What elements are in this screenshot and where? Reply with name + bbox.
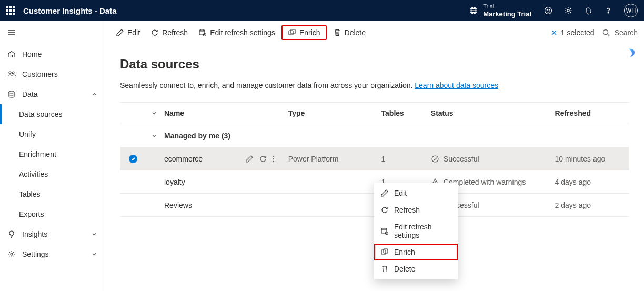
selected-count: 1 selected xyxy=(561,28,595,37)
ctx-label: Refresh xyxy=(394,206,420,214)
trash-icon xyxy=(380,265,389,273)
database-icon xyxy=(7,90,16,98)
pencil-icon[interactable] xyxy=(245,155,254,163)
col-type[interactable]: Type xyxy=(288,109,381,117)
row-checkbox[interactable] xyxy=(129,155,137,163)
ctx-label: Edit xyxy=(394,189,407,197)
sidebar-item-enrichment[interactable]: Enrichment xyxy=(0,144,105,164)
svg-point-16 xyxy=(273,155,274,156)
ctx-edit[interactable]: Edit xyxy=(374,185,458,202)
calendar-settings-icon xyxy=(380,227,389,235)
chevron-up-icon xyxy=(91,91,97,97)
calendar-settings-icon xyxy=(198,28,207,37)
row-status: Successful xyxy=(444,155,479,163)
enrich-icon xyxy=(288,28,296,37)
sidebar-item-exports[interactable]: Exports xyxy=(0,204,105,224)
sidebar-item-customers[interactable]: Customers xyxy=(0,64,105,84)
col-tables[interactable]: Tables xyxy=(381,109,431,117)
row-tables: 1 xyxy=(381,155,431,163)
cmd-label: Refresh xyxy=(162,28,188,37)
refresh-icon[interactable] xyxy=(259,155,267,163)
svg-point-4 xyxy=(549,9,549,10)
col-refreshed[interactable]: Refreshed xyxy=(555,109,629,117)
clear-selection-button[interactable]: 1 selected xyxy=(550,28,595,37)
learn-link[interactable]: Learn about data sources xyxy=(415,81,498,89)
sidebar-item-insights[interactable]: Insights xyxy=(0,224,105,244)
sidebar-item-label: Tables xyxy=(19,190,40,198)
search-button[interactable]: Search xyxy=(602,28,638,37)
col-status[interactable]: Status xyxy=(431,109,555,117)
svg-point-2 xyxy=(545,7,552,14)
svg-point-18 xyxy=(273,160,274,162)
refresh-icon xyxy=(150,28,159,37)
copilot-icon[interactable] xyxy=(625,47,637,59)
app-title: Customer Insights - Data xyxy=(23,6,117,15)
sidebar-item-unify[interactable]: Unify xyxy=(0,124,105,144)
svg-point-8 xyxy=(12,72,14,74)
enrich-button[interactable]: Enrich xyxy=(281,25,327,40)
sidebar-item-settings[interactable]: Settings xyxy=(0,244,105,264)
group-label: Managed by me (3) xyxy=(162,132,629,140)
env-name: Marketing Trial xyxy=(483,10,531,18)
edit-refresh-settings-button[interactable]: Edit refresh settings xyxy=(194,26,279,39)
cmd-label: Search xyxy=(615,28,638,37)
top-header: Customer Insights - Data Trial Marketing… xyxy=(0,0,644,21)
app-launcher-icon[interactable] xyxy=(6,6,15,15)
refresh-button[interactable]: Refresh xyxy=(146,26,192,39)
sidebar-item-tables[interactable]: Tables xyxy=(0,184,105,204)
row-refreshed: 2 days ago xyxy=(555,201,629,209)
smile-icon[interactable] xyxy=(544,6,552,15)
search-icon xyxy=(602,28,610,37)
row-type: Power Platform xyxy=(288,155,381,163)
hamburger-icon[interactable] xyxy=(0,21,105,44)
sidebar-item-label: Enrichment xyxy=(19,150,56,158)
row-name: ecommerce xyxy=(164,155,203,163)
avatar[interactable]: WH xyxy=(624,4,638,17)
chevron-down-icon[interactable] xyxy=(146,110,162,116)
sidebar-item-label: Settings xyxy=(22,250,49,258)
ctx-label: Enrich xyxy=(394,248,415,256)
sidebar-item-home[interactable]: Home xyxy=(0,44,105,64)
pencil-icon xyxy=(116,28,124,37)
customers-icon xyxy=(7,70,16,78)
edit-button[interactable]: Edit xyxy=(112,26,144,39)
table-row[interactable]: ecommerce Power Platform 1 Successful 10 xyxy=(120,147,629,170)
sidebar-item-data[interactable]: Data xyxy=(0,84,105,104)
sidebar-item-label: Activities xyxy=(19,170,48,178)
page-title: Data sources xyxy=(120,57,629,72)
cmd-label: Edit xyxy=(127,28,140,37)
col-name[interactable]: Name xyxy=(162,109,288,117)
ctx-delete[interactable]: Delete xyxy=(374,260,458,277)
bell-icon[interactable] xyxy=(584,6,592,15)
trash-icon xyxy=(333,28,341,37)
environment-picker[interactable]: Trial Marketing Trial xyxy=(469,3,531,18)
gear-icon[interactable] xyxy=(564,6,572,15)
svg-point-6 xyxy=(608,12,609,13)
help-icon[interactable] xyxy=(604,6,612,15)
page-description: Seamlessly connect to, enrich, and manag… xyxy=(120,81,629,89)
sidebar-item-data-sources[interactable]: Data sources xyxy=(0,104,105,124)
pencil-icon xyxy=(380,189,389,197)
lightbulb-icon xyxy=(7,230,16,238)
chevron-down-icon xyxy=(91,251,97,257)
ctx-enrich[interactable]: Enrich xyxy=(374,244,458,260)
delete-button[interactable]: Delete xyxy=(329,26,370,39)
refresh-icon xyxy=(380,206,389,214)
table-header: Name Type Tables Status Refreshed xyxy=(120,102,629,124)
svg-point-5 xyxy=(567,9,569,12)
context-menu: Edit Refresh Edit refresh settings Enric… xyxy=(374,183,458,279)
sidebar-item-activities[interactable]: Activities xyxy=(0,164,105,184)
row-name: Reviews xyxy=(164,201,192,209)
sidebar: Home Customers Data Data sources Unify E… xyxy=(0,21,105,291)
svg-point-7 xyxy=(9,72,11,74)
row-refreshed: 4 days ago xyxy=(555,178,629,186)
more-icon[interactable] xyxy=(273,155,275,163)
ctx-refresh[interactable]: Refresh xyxy=(374,202,458,218)
home-icon xyxy=(7,50,16,58)
ctx-edit-refresh-settings[interactable]: Edit refresh settings xyxy=(374,218,458,244)
svg-point-10 xyxy=(11,253,13,255)
chevron-down-icon[interactable] xyxy=(146,133,162,139)
row-name: loyalty xyxy=(164,178,185,186)
group-row: Managed by me (3) xyxy=(120,124,629,147)
sidebar-item-label: Data sources xyxy=(19,110,62,118)
